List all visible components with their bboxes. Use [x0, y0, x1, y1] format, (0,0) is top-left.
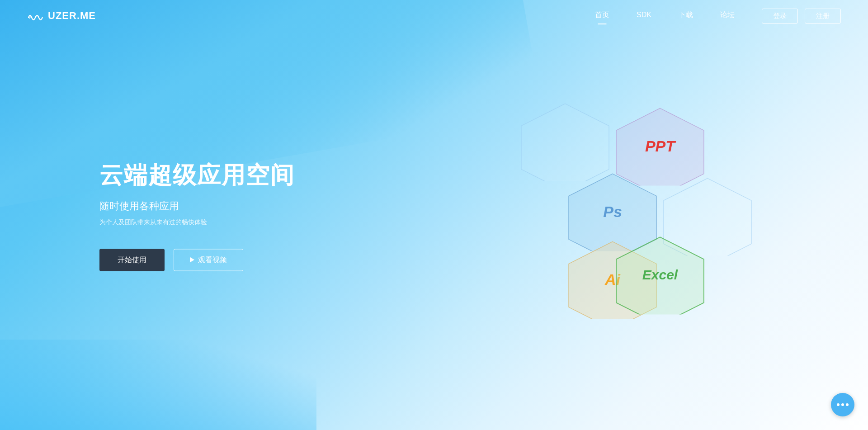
watch-button[interactable]: 观看视频	[174, 249, 243, 271]
start-button[interactable]: 开始使用	[99, 249, 165, 271]
svg-marker-0	[521, 104, 609, 181]
hex-container: PPT Ps Ai Excel	[497, 102, 778, 337]
chat-bubble[interactable]	[831, 393, 854, 416]
nav-download[interactable]: 下载	[679, 10, 693, 22]
chat-dots-container	[837, 403, 849, 406]
chat-dot-3	[846, 403, 849, 406]
ps-label: Ps	[603, 203, 622, 220]
hex-grid: PPT Ps Ai Excel	[497, 102, 778, 337]
logo-icon	[27, 9, 43, 22]
hero-title: 云端超级应用空间	[99, 159, 295, 191]
nav-home[interactable]: 首页	[595, 10, 609, 22]
login-button[interactable]: 登录	[762, 9, 798, 24]
hero-content: 云端超级应用空间 随时使用各种应用 为个人及团队带来从未有过的畅快体验 开始使用…	[99, 159, 295, 271]
chat-dot-1	[837, 403, 840, 406]
play-icon	[190, 257, 194, 263]
nav-sdk[interactable]: SDK	[637, 11, 651, 21]
brand-name: UZER.ME	[48, 10, 96, 22]
excel-label: Excel	[642, 267, 678, 283]
hero-buttons: 开始使用 观看视频	[99, 249, 295, 271]
nav-links: 首页 SDK 下载 论坛	[595, 10, 735, 22]
hero-section: UZER.ME 首页 SDK 下载 论坛 登录 注册 云端超级应用空间 随时使用…	[0, 0, 868, 430]
watch-label: 观看视频	[198, 255, 227, 265]
chat-dot-2	[841, 403, 844, 406]
logo-area: UZER.ME	[27, 9, 96, 22]
hero-subtitle: 随时使用各种应用	[99, 199, 295, 213]
ppt-label: PPT	[645, 137, 675, 155]
register-button[interactable]: 注册	[805, 9, 841, 24]
hex-excel[interactable]: Excel	[615, 236, 705, 314]
nav-buttons: 登录 注册	[762, 9, 841, 24]
hero-description: 为个人及团队带来从未有过的畅快体验	[99, 218, 295, 226]
hex-outline-topleft	[520, 102, 610, 181]
nav-forum[interactable]: 论坛	[720, 10, 735, 22]
navbar: UZER.ME 首页 SDK 下载 论坛 登录 注册	[0, 0, 868, 32]
